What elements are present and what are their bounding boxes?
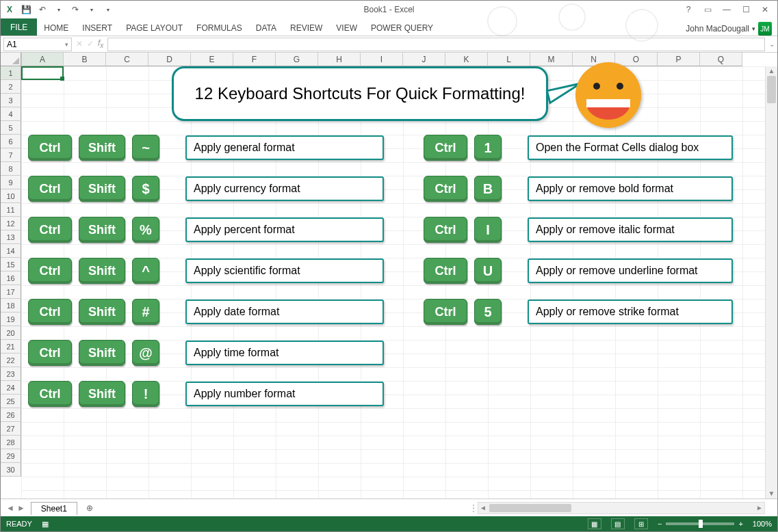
redo-icon[interactable]: ↷ (69, 3, 81, 16)
row-header-10[interactable]: 10 (1, 189, 21, 203)
sheet-tab[interactable]: Sheet1 (31, 502, 77, 515)
col-header-F[interactable]: F (233, 53, 276, 66)
row-header-23[interactable]: 23 (1, 367, 21, 381)
col-header-L[interactable]: L (488, 53, 530, 66)
scroll-left-icon[interactable]: ◄ (478, 503, 488, 514)
row-header-9[interactable]: 9 (1, 176, 21, 189)
col-header-I[interactable]: I (361, 53, 403, 66)
page-break-view-button[interactable]: ⊞ (634, 518, 648, 529)
row-header-15[interactable]: 15 (1, 258, 21, 271)
scroll-up-icon[interactable]: ▲ (766, 66, 777, 76)
row-header-18[interactable]: 18 (1, 299, 21, 312)
row-header-14[interactable]: 14 (1, 244, 21, 258)
zoom-out-button[interactable]: − (658, 520, 662, 528)
row-header-24[interactable]: 24 (1, 381, 21, 395)
col-header-D[interactable]: D (148, 53, 191, 66)
col-header-Q[interactable]: Q (700, 53, 742, 66)
name-box[interactable]: A1 ▾ (3, 38, 72, 51)
col-header-B[interactable]: B (64, 53, 106, 66)
row-header-29[interactable]: 29 (1, 449, 21, 463)
macro-record-icon[interactable]: ▦ (42, 520, 49, 529)
col-header-P[interactable]: P (658, 53, 700, 66)
avatar[interactable]: JM (758, 22, 772, 36)
shortcut-description: Apply date format (185, 300, 384, 324)
tab-data[interactable]: DATA (249, 21, 283, 36)
tab-view[interactable]: VIEW (329, 21, 364, 36)
row-header-3[interactable]: 3 (1, 94, 21, 107)
row-header-1[interactable]: 1 (1, 66, 21, 80)
row-header-5[interactable]: 5 (1, 121, 21, 135)
maximize-icon[interactable]: ☐ (738, 3, 754, 16)
row-header-20[interactable]: 20 (1, 326, 21, 340)
scroll-down-icon[interactable]: ▼ (766, 489, 777, 498)
name-box-dropdown-icon[interactable]: ▾ (65, 41, 68, 48)
horizontal-scrollbar[interactable]: ◄ ► (478, 502, 765, 514)
col-header-J[interactable]: J (403, 53, 445, 66)
row-header-8[interactable]: 8 (1, 162, 21, 176)
tab-home[interactable]: HOME (37, 21, 75, 36)
row-header-27[interactable]: 27 (1, 422, 21, 436)
normal-view-button[interactable]: ▦ (588, 518, 601, 529)
hscroll-thumb[interactable] (489, 504, 571, 512)
row-header-7[interactable]: 7 (1, 148, 21, 162)
formula-bar[interactable] (107, 38, 765, 51)
expand-formula-bar-icon[interactable]: ⌄ (769, 40, 775, 48)
tab-file[interactable]: FILE (1, 18, 37, 36)
insert-function-icon[interactable]: fx (98, 38, 103, 49)
col-header-K[interactable]: K (445, 53, 488, 66)
sheet-nav-next-icon[interactable]: ► (17, 503, 25, 513)
user-name[interactable]: John MacDougall (686, 24, 749, 34)
row-header-6[interactable]: 6 (1, 135, 21, 148)
user-dropdown-icon[interactable]: ▾ (752, 25, 755, 32)
row-header-17[interactable]: 17 (1, 285, 21, 299)
confirm-entry-icon[interactable]: ✓ (87, 39, 94, 49)
zoom-slider[interactable]: − + (658, 520, 743, 528)
tab-formulas[interactable]: FORMULAS (190, 21, 249, 36)
row-header-30[interactable]: 30 (1, 463, 21, 477)
new-sheet-button[interactable]: ⊕ (83, 501, 96, 515)
vertical-scrollbar[interactable]: ▲ ▼ (765, 66, 777, 498)
row-header-22[interactable]: 22 (1, 354, 21, 367)
tab-review[interactable]: REVIEW (283, 21, 329, 36)
qat-customize-icon[interactable]: ▾ (102, 3, 114, 16)
col-header-E[interactable]: E (191, 53, 233, 66)
col-header-M[interactable]: M (530, 53, 573, 66)
row-header-11[interactable]: 11 (1, 203, 21, 217)
select-all-corner[interactable] (1, 53, 21, 66)
scroll-right-icon[interactable]: ► (755, 503, 764, 514)
tab-insert[interactable]: INSERT (75, 21, 119, 36)
row-header-16[interactable]: 16 (1, 271, 21, 285)
tab-power-query[interactable]: POWER QUERY (364, 21, 440, 36)
col-header-H[interactable]: H (318, 53, 361, 66)
row-header-28[interactable]: 28 (1, 436, 21, 449)
active-cell[interactable] (21, 66, 64, 80)
page-layout-view-button[interactable]: ▤ (611, 518, 625, 529)
col-header-C[interactable]: C (106, 53, 148, 66)
ribbon-display-icon[interactable]: ▭ (699, 3, 716, 16)
row-header-21[interactable]: 21 (1, 340, 21, 354)
zoom-in-button[interactable]: + (738, 520, 742, 528)
minimize-icon[interactable]: — (718, 3, 735, 16)
row-header-25[interactable]: 25 (1, 395, 21, 408)
vscroll-thumb[interactable] (767, 76, 776, 103)
row-header-4[interactable]: 4 (1, 107, 21, 121)
row-header-26[interactable]: 26 (1, 408, 21, 422)
undo-icon[interactable]: ↶ (36, 3, 49, 16)
col-header-G[interactable]: G (276, 53, 318, 66)
help-icon[interactable]: ? (680, 3, 697, 16)
close-icon[interactable]: ✕ (757, 3, 773, 16)
cancel-entry-icon[interactable]: ✕ (76, 39, 83, 49)
save-icon[interactable]: 💾 (20, 3, 32, 16)
redo-dropdown-icon[interactable]: ▾ (86, 3, 98, 16)
row-header-12[interactable]: 12 (1, 217, 21, 230)
undo-dropdown-icon[interactable]: ▾ (53, 3, 65, 16)
row-header-13[interactable]: 13 (1, 230, 21, 244)
row-header-19[interactable]: 19 (1, 312, 21, 326)
col-header-A[interactable]: A (21, 53, 64, 66)
tab-split-handle[interactable]: ⋮ (469, 503, 478, 513)
tab-page-layout[interactable]: PAGE LAYOUT (119, 21, 190, 36)
sheet-nav-prev-icon[interactable]: ◄ (6, 503, 14, 513)
zoom-level[interactable]: 100% (753, 520, 772, 528)
worksheet-grid[interactable]: ABCDEFGHIJKLMNOPQ 1234567891011121314151… (1, 53, 777, 498)
row-header-2[interactable]: 2 (1, 80, 21, 94)
